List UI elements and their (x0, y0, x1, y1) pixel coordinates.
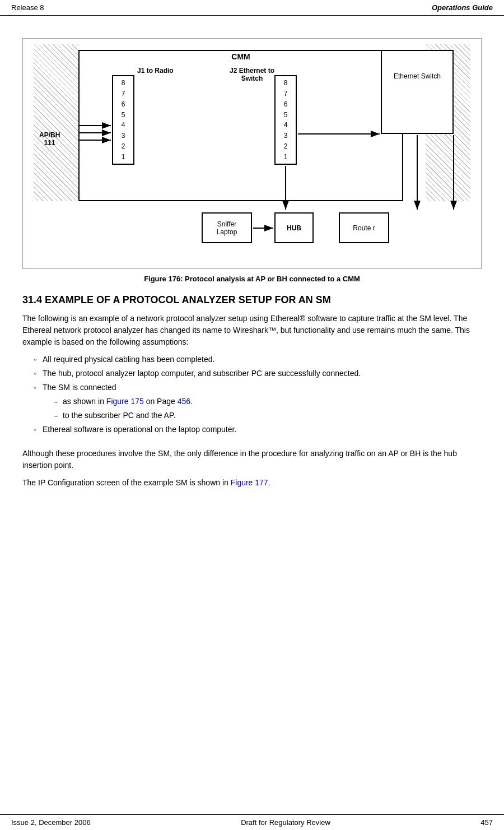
sub-bullet-1: as shown in Figure 175 on Page 456. (54, 396, 482, 407)
j2-label: J2 Ethernet to Switch (224, 67, 280, 82)
j2-connector: 8 7 6 5 4 3 2 1 (274, 75, 297, 165)
footer-page: 457 (480, 818, 493, 827)
j2-pin-6: 6 (284, 100, 288, 108)
page456-link[interactable]: 456 (178, 397, 190, 406)
bullet-list: All required physical cabling has been c… (34, 354, 482, 435)
route-label: Route r (353, 224, 375, 232)
figure177-link[interactable]: Figure 177 (231, 478, 268, 487)
sub-list: as shown in Figure 175 on Page 456. to t… (54, 396, 482, 421)
eth-switch-box (381, 50, 454, 134)
j2-pin-7: 7 (284, 90, 288, 98)
j1-pin-2: 2 (122, 142, 125, 150)
figure175-link[interactable]: Figure 175 (106, 397, 144, 406)
j2-pin-5: 5 (284, 111, 288, 119)
bullet-4: Ethereal software is operational on the … (34, 424, 482, 435)
eth-switch-label: Ethernet Switch (384, 72, 451, 80)
page-content: CMM Ethernet Switch J1 to Radio 8 7 6 5 … (0, 16, 504, 506)
j1-pin-4: 4 (122, 121, 125, 129)
paragraph-1: The following is an example of a network… (22, 313, 482, 348)
bullet-2: The hub, protocol analyzer laptop comput… (34, 368, 482, 379)
paragraph-2: Although these procedures involve the SM… (22, 448, 482, 471)
j2-pin-4: 4 (284, 121, 288, 129)
j1-pin-1: 1 (122, 153, 125, 161)
guide-label: Operations Guide (432, 3, 493, 12)
hub-box: HUB (274, 212, 314, 243)
section-number: 31.4 (22, 294, 42, 305)
cmm-label: CMM (78, 52, 403, 61)
diagram-wrapper: CMM Ethernet Switch J1 to Radio 8 7 6 5 … (34, 44, 470, 263)
j2-pin-3: 3 (284, 132, 288, 140)
section-title: EXAMPLE OF A PROTOCOL ANALYZER SETUP FOR… (45, 294, 331, 305)
diagram-container: CMM Ethernet Switch J1 to Radio 8 7 6 5 … (22, 38, 482, 269)
page-footer: Issue 2, December 2006 Draft for Regulat… (0, 814, 504, 830)
release-label: Release 8 (11, 3, 44, 12)
apbh-text: AP/BH 111 (39, 131, 60, 147)
hatch-left (34, 44, 78, 201)
paragraph-3: The IP Configuration screen of the examp… (22, 477, 482, 489)
page-header: Release 8 Operations Guide (0, 0, 504, 16)
sniffer-label: SnifferLaptop (217, 220, 237, 236)
footer-issue: Issue 2, December 2006 (11, 818, 91, 827)
j1-connector: 8 7 6 5 4 3 2 1 (112, 75, 134, 165)
j1-pin-5: 5 (122, 111, 125, 119)
j2-pin-1: 1 (284, 153, 288, 161)
j1-pin-7: 7 (122, 90, 125, 98)
j1-pin-3: 3 (122, 132, 125, 140)
j2-pin-8: 8 (284, 79, 288, 87)
j1-pin-6: 6 (122, 100, 125, 108)
j2-pin-2: 2 (284, 142, 288, 150)
sniffer-box: SnifferLaptop (202, 212, 252, 243)
figure-caption: Figure 176: Protocol analysis at AP or B… (22, 275, 482, 283)
section-heading: 31.4 EXAMPLE OF A PROTOCOL ANALYZER SETU… (22, 294, 482, 306)
apbh-label: AP/BH 111 (39, 131, 60, 147)
route-box: Route r (339, 212, 389, 243)
bullet-1: All required physical cabling has been c… (34, 354, 482, 365)
footer-draft: Draft for Regulatory Review (241, 818, 330, 827)
j1-label: J1 to Radio (137, 67, 174, 75)
bullet-3: The SM is connected as shown in Figure 1… (34, 382, 482, 421)
sub-bullet-2: to the subscriber PC and the AP. (54, 410, 482, 421)
hub-label: HUB (287, 224, 301, 232)
j1-pin-8: 8 (122, 79, 125, 87)
